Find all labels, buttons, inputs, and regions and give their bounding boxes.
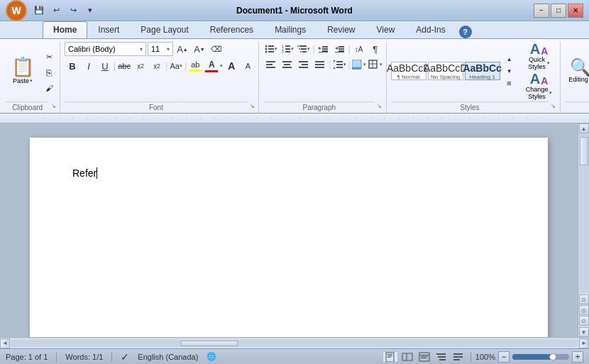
scroll-thumb-v[interactable]	[580, 137, 588, 165]
style-no-spacing[interactable]: AaBbCcD No Spacing	[428, 62, 463, 80]
justify-button[interactable]	[312, 57, 328, 72]
shading-button[interactable]: ▾	[351, 57, 367, 72]
paste-button[interactable]: 📋 Paste ▾	[6, 56, 40, 86]
subscript-button[interactable]: x2	[133, 59, 148, 73]
view-print-layout[interactable]	[382, 351, 398, 363]
styles-more[interactable]: ⊞	[502, 77, 517, 89]
minimize-button[interactable]: −	[534, 4, 549, 18]
para-divider2: |	[348, 44, 351, 54]
svg-rect-17	[302, 51, 307, 53]
tab-page-layout[interactable]: Page Layout	[130, 21, 199, 38]
multilevel-list-button[interactable]: ▾	[296, 42, 312, 56]
scroll-thumb-h[interactable]	[181, 341, 238, 346]
show-marks-button[interactable]: ¶	[368, 42, 383, 56]
spell-check-icon[interactable]: ✓	[121, 351, 129, 363]
copy-button[interactable]: ⎘	[41, 65, 57, 79]
view-outline[interactable]	[434, 351, 449, 363]
styles-scroll-up[interactable]: ▲	[502, 53, 517, 65]
close-button[interactable]: ✕	[568, 4, 583, 18]
view-web-layout[interactable]	[417, 351, 432, 363]
scroll-select[interactable]: ◎	[579, 305, 589, 315]
style-heading1[interactable]: AaBbCc Heading 1	[465, 62, 500, 80]
sort-button[interactable]: ↕A	[351, 42, 367, 56]
font-size-down-button[interactable]: A	[240, 59, 255, 73]
horizontal-ruler	[0, 114, 589, 123]
line-spacing-button[interactable]: ▾	[332, 57, 348, 72]
qat-dropdown-button[interactable]: ▾	[82, 3, 98, 18]
superscript-button[interactable]: x2	[149, 59, 165, 73]
align-left-button[interactable]	[263, 57, 279, 72]
font-size-selector[interactable]: 11 ▾	[148, 42, 173, 56]
styles-collapse[interactable]: ↘	[550, 102, 557, 109]
borders-button[interactable]: ▾	[368, 57, 383, 72]
zoom-plus-button[interactable]: +	[572, 351, 583, 363]
strikethrough-button[interactable]: abc	[116, 59, 132, 73]
language-info[interactable]: English (Canada)	[138, 353, 198, 361]
italic-button[interactable]: I	[81, 59, 97, 73]
scroll-left-button[interactable]: ◄	[0, 338, 10, 348]
scroll-track-v[interactable]	[579, 133, 589, 293]
font-size-value: 11	[151, 45, 160, 53]
web-layout-icon	[419, 352, 430, 362]
tab-review[interactable]: Review	[316, 21, 365, 38]
clipboard-collapse[interactable]: ↘	[50, 102, 57, 109]
doc-area-column: Refer ▲ ⊙ ◎ ⊙ ▼	[0, 114, 589, 348]
font-collapse[interactable]: ↘	[249, 102, 256, 109]
scroll-down-button[interactable]: ▼	[579, 327, 589, 337]
quick-styles-button[interactable]: A A QuickStyles ▾	[522, 42, 557, 70]
bold-button[interactable]: B	[65, 59, 80, 73]
maximize-button[interactable]: □	[551, 4, 566, 18]
document-area[interactable]: Refer	[0, 123, 578, 337]
font-name-selector[interactable]: Calibri (Body) ▾	[65, 42, 146, 56]
grow-font-button[interactable]: A▲	[175, 42, 190, 56]
redo-button[interactable]: ↪	[65, 3, 81, 18]
tab-mailings[interactable]: Mailings	[264, 21, 316, 38]
undo-button[interactable]: ↩	[48, 3, 64, 18]
tab-home[interactable]: Home	[43, 21, 87, 38]
editing-button[interactable]: 🔍 Editing ▾	[565, 59, 589, 83]
font-size-up-button[interactable]: A	[224, 59, 239, 73]
cut-button[interactable]: ✂	[41, 50, 57, 64]
zoom-slider[interactable]	[512, 354, 569, 360]
align-center-button[interactable]	[280, 57, 295, 72]
bullets-button[interactable]: ▾	[263, 42, 279, 56]
tab-addins[interactable]: Add-Ins	[405, 21, 456, 38]
tab-references[interactable]: References	[199, 21, 264, 38]
scroll-next-page[interactable]: ⊙	[579, 316, 589, 326]
zoom-minus-button[interactable]: −	[498, 351, 510, 363]
tab-view[interactable]: View	[366, 21, 406, 38]
tab-insert[interactable]: Insert	[87, 21, 130, 38]
underline-button[interactable]: U	[97, 59, 113, 73]
help-button[interactable]: ?	[459, 26, 472, 38]
status-left: Page: 1 of 1 Words: 1/1 ✓ English (Canad…	[6, 351, 216, 363]
text-highlight-button[interactable]: ab	[187, 59, 203, 73]
paragraph-collapse[interactable]: ↘	[376, 102, 382, 109]
scroll-prev-page[interactable]: ⊙	[579, 294, 589, 304]
clear-format-button[interactable]: ⌫	[209, 42, 224, 56]
scroll-right-button[interactable]: ►	[579, 338, 589, 348]
increase-indent-button[interactable]	[332, 42, 348, 56]
align-right-button[interactable]	[296, 57, 312, 72]
decrease-indent-button[interactable]	[316, 42, 331, 56]
style-normal[interactable]: AaBbCcD ¶ Normal	[391, 62, 426, 80]
office-button[interactable]: W	[6, 0, 27, 21]
svg-rect-42	[336, 67, 343, 68]
shrink-font-button[interactable]: A▼	[192, 42, 207, 56]
numbering-button[interactable]: 1.2.3. ▾	[280, 42, 295, 56]
decrease-indent-icon	[319, 45, 329, 53]
format-painter-button[interactable]: 🖌	[41, 81, 57, 95]
scroll-track-h[interactable]	[11, 340, 578, 347]
svg-rect-26	[338, 50, 344, 52]
save-button[interactable]: 💾	[31, 3, 47, 18]
document-page[interactable]: Refer	[30, 138, 548, 337]
scroll-up-button[interactable]: ▲	[579, 123, 589, 133]
font-color-button[interactable]: A	[204, 59, 219, 73]
change-styles-button[interactable]: A A ChangeStyles ▾	[522, 72, 557, 100]
view-fullscreen[interactable]	[400, 351, 415, 363]
shading-icon	[352, 60, 363, 70]
view-draft[interactable]	[451, 351, 466, 363]
styles-preview-area: AaBbCcD ¶ Normal AaBbCcD No Spacing AaBb…	[391, 53, 517, 89]
styles-scroll-down[interactable]: ▼	[502, 65, 517, 77]
change-case-button[interactable]: Aa▾	[168, 59, 184, 73]
zoom-handle[interactable]	[549, 353, 556, 360]
